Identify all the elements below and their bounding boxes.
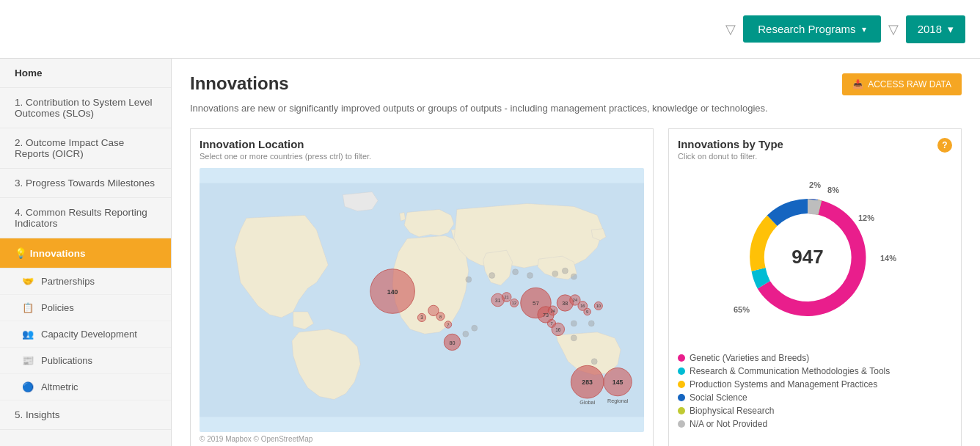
- sidebar-item-home[interactable]: Home: [0, 59, 171, 88]
- svg-point-38: [466, 277, 472, 282]
- donut-header: Innovations by Type Click on donut to fi…: [678, 138, 952, 168]
- sidebar-item-innovations-label: Innovations: [30, 248, 86, 259]
- svg-text:31: 31: [495, 298, 501, 303]
- svg-text:8%: 8%: [827, 186, 839, 194]
- donut-title: Innovations by Type: [678, 138, 783, 150]
- svg-text:9: 9: [586, 310, 588, 314]
- svg-point-39: [489, 273, 495, 279]
- svg-text:140: 140: [387, 288, 398, 296]
- altmetric-icon: 🔵: [22, 381, 34, 392]
- page-description: Innovations are new or significantly imp…: [190, 103, 962, 114]
- sidebar-item-partnerships[interactable]: 🤝 Partnerships: [0, 268, 171, 295]
- legend-dot-production: [678, 381, 685, 388]
- research-programs-label: Research Programs: [758, 23, 855, 35]
- svg-text:8: 8: [439, 315, 442, 319]
- legend-dot-rc: [678, 368, 685, 375]
- sidebar-item-policies[interactable]: 📋 Policies: [0, 295, 171, 321]
- svg-text:283: 283: [582, 379, 593, 386]
- map-container[interactable]: 140 3 8 7 80 31 21: [200, 168, 644, 432]
- svg-text:12%: 12%: [858, 213, 874, 222]
- svg-point-42: [552, 271, 558, 277]
- map-subtitle: Select one or more countries (press ctrl…: [200, 152, 644, 161]
- svg-text:21: 21: [505, 295, 509, 299]
- donut-center-value: 947: [791, 246, 823, 268]
- filter1-icon: ▽: [725, 21, 736, 37]
- sidebar: Home 1. Contribution to System Level Out…: [0, 59, 172, 446]
- charts-row: Innovation Location Select one or more c…: [190, 128, 962, 446]
- svg-text:16: 16: [555, 327, 561, 332]
- top-bar: ▽ Research Programs ▾ ▽ 2018 ▾: [0, 0, 980, 59]
- legend-item-na: N/A or Not Provided: [678, 419, 952, 429]
- world-map-svg: 140 3 8 7 80 31 21: [200, 168, 644, 432]
- sidebar-item-innovations[interactable]: 💡 Innovations: [0, 238, 171, 268]
- svg-text:80: 80: [449, 340, 455, 346]
- partnerships-icon: 🤝: [22, 276, 34, 287]
- innovations-icon: 💡: [15, 248, 30, 259]
- year-chevron-icon: ▾: [948, 23, 954, 36]
- policies-icon: 📋: [22, 302, 34, 313]
- help-icon[interactable]: ?: [937, 138, 952, 153]
- donut-wrapper: 947 2% 8% 12% 14% 65%: [678, 169, 952, 346]
- legend-item-rc: Research & Communication Methodologies &…: [678, 366, 952, 376]
- svg-point-48: [472, 325, 478, 331]
- svg-text:Global: Global: [579, 400, 595, 406]
- svg-point-46: [588, 321, 594, 326]
- page-title: Innovations: [190, 73, 289, 94]
- svg-text:3: 3: [420, 315, 423, 320]
- svg-point-43: [562, 268, 568, 274]
- svg-point-47: [463, 331, 469, 337]
- year-button[interactable]: 2018 ▾: [906, 15, 965, 43]
- download-icon: 📥: [852, 79, 863, 89]
- sidebar-item-insights[interactable]: 5. Insights: [0, 401, 171, 430]
- svg-text:65%: 65%: [734, 305, 750, 314]
- svg-point-40: [513, 269, 519, 275]
- access-raw-data-button[interactable]: 📥 ACCESS RAW DATA: [842, 73, 962, 95]
- legend-item-genetic: Genetic (Varieties and Breeds): [678, 353, 952, 363]
- svg-text:16: 16: [580, 304, 585, 308]
- donut-svg[interactable]: 947 2% 8% 12% 14% 65%: [720, 177, 910, 338]
- legend-item-social: Social Science: [678, 392, 952, 403]
- svg-point-41: [527, 273, 533, 279]
- svg-text:38: 38: [562, 301, 568, 307]
- sidebar-item-crri[interactable]: 4. Common Results Reporting Indicators: [0, 198, 171, 238]
- svg-text:14%: 14%: [880, 254, 896, 263]
- publications-icon: 📰: [22, 355, 34, 366]
- map-credit: © 2019 Mapbox © OpenStreetMap: [200, 435, 644, 443]
- svg-text:7: 7: [550, 321, 552, 326]
- svg-point-49: [571, 274, 577, 279]
- map-title: Innovation Location: [200, 138, 644, 150]
- sidebar-item-publications[interactable]: 📰 Publications: [0, 348, 171, 374]
- chevron-icon: ▾: [862, 24, 866, 34]
- donut-subtitle: Click on donut to filter.: [678, 152, 783, 161]
- content-header: Innovations 📥 ACCESS RAW DATA: [190, 73, 962, 95]
- svg-text:145: 145: [612, 379, 624, 386]
- legend-dot-biophysical: [678, 407, 685, 414]
- svg-text:24: 24: [551, 309, 555, 313]
- legend-item-biophysical: Biophysical Research: [678, 406, 952, 416]
- donut-chart-container: 947 2% 8% 12% 14% 65%: [720, 177, 910, 338]
- svg-text:2%: 2%: [809, 180, 821, 189]
- sidebar-item-slos[interactable]: 1. Contribution to System Level Outcomes…: [0, 88, 171, 128]
- main-layout: Home 1. Contribution to System Level Out…: [0, 59, 980, 446]
- sidebar-item-oicr[interactable]: 2. Outcome Impact Case Reports (OICR): [0, 128, 171, 169]
- svg-text:24: 24: [573, 298, 577, 302]
- year-label: 2018: [918, 23, 942, 35]
- sidebar-item-capacity[interactable]: 👥 Capacity Development: [0, 321, 171, 348]
- svg-point-44: [571, 321, 577, 326]
- svg-text:7: 7: [447, 323, 449, 327]
- filter2-icon: ▽: [888, 21, 899, 37]
- svg-text:Regional: Regional: [607, 398, 629, 404]
- capacity-icon: 👥: [22, 329, 34, 340]
- legend-item-production: Production Systems and Management Practi…: [678, 379, 952, 390]
- donut-section: Innovations by Type Click on donut to fi…: [668, 128, 962, 446]
- research-programs-button[interactable]: Research Programs ▾: [743, 15, 880, 43]
- legend: Genetic (Varieties and Breeds) Research …: [678, 353, 952, 429]
- svg-text:10: 10: [596, 304, 601, 308]
- content-area: Innovations 📥 ACCESS RAW DATA Innovation…: [172, 59, 980, 446]
- svg-text:57: 57: [533, 300, 539, 307]
- sidebar-item-altmetric[interactable]: 🔵 Altmetric: [0, 374, 171, 401]
- map-section: Innovation Location Select one or more c…: [190, 128, 654, 446]
- svg-point-50: [591, 359, 597, 365]
- legend-dot-genetic: [678, 354, 685, 362]
- sidebar-item-milestones[interactable]: 3. Progress Towards Milestones: [0, 169, 171, 198]
